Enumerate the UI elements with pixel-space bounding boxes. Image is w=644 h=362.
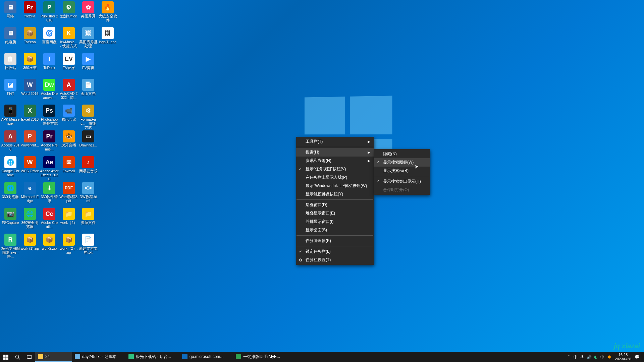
desktop-icon[interactable]: Fzfilezilla xyxy=(20,1,40,26)
desktop-icon[interactable]: 🖼logo[1].png xyxy=(98,26,117,52)
desktop-icon[interactable]: XExcel 2016 xyxy=(20,104,40,129)
desktop-icon-glyph: PDF xyxy=(63,182,75,194)
menu-item[interactable]: 隐藏(N) xyxy=(374,150,430,158)
menu-item[interactable]: 工具栏(T)▶ xyxy=(296,137,374,146)
menu-item[interactable]: 显示桌面(S) xyxy=(296,226,374,234)
desktop-icon-label: Publisher 2016 xyxy=(40,14,59,22)
desktop-icon[interactable]: <>DW教程.html xyxy=(78,181,98,207)
desktop-icon[interactable]: 📱APK Messenger xyxy=(1,104,20,129)
taskbar-explorer[interactable]: 24 xyxy=(35,352,72,362)
desktop-icon[interactable]: ▶EV剪辑 xyxy=(78,52,98,78)
menu-item[interactable]: 并排显示窗口(I) xyxy=(296,218,374,226)
menu-item[interactable]: ✓锁定任务栏(L) xyxy=(296,247,374,256)
desktop-icon[interactable]: 📷FSCapture xyxy=(1,207,20,233)
menu-item[interactable]: 在任务栏上显示人脉(P) xyxy=(296,173,374,182)
desktop-icon[interactable]: 🖼美图秀秀批处理 xyxy=(78,26,98,52)
menu-item-label: 显示触摸键盘按钮(Y) xyxy=(306,191,343,197)
desktop-icon[interactable]: PDFWord教程2.pdf xyxy=(59,181,78,207)
desktop-icon[interactable]: 🌐360浏览器 xyxy=(1,181,20,207)
menu-item[interactable]: ✓显示搜索图标(W) xyxy=(374,158,430,167)
menu-item-label: 显示搜索图标(W) xyxy=(383,160,414,165)
menu-item[interactable]: ✓显示搜索突出显示(H) xyxy=(374,177,430,186)
desktop-icon[interactable]: ▭Drawing1... xyxy=(78,130,98,155)
tray-app-icon-1[interactable]: ◐ xyxy=(593,352,599,362)
desktop-icon[interactable]: AAccess 2016 xyxy=(1,130,20,155)
desktop-icon[interactable]: TToDesk xyxy=(40,52,59,78)
desktop-icon[interactable]: ⬇360软件管家 xyxy=(40,181,59,207)
desktop-icon[interactable]: 📦work2.zip xyxy=(40,233,59,258)
desktop-icon-glyph: 🌐 xyxy=(24,208,36,220)
desktop-icon[interactable]: 📄金山文档 xyxy=(78,78,98,104)
menu-item[interactable]: 资讯和兴趣(N)▶ xyxy=(296,157,374,165)
desktop-icon[interactable]: 📦360压缩 xyxy=(20,52,40,78)
desktop-icon[interactable]: 🐯虎牙直播 xyxy=(59,130,78,155)
menu-item[interactable]: 任务管理器(K) xyxy=(296,237,374,245)
desktop-icon-label: FSCapture xyxy=(2,221,19,225)
task-view-button[interactable] xyxy=(23,352,35,362)
desktop-icon[interactable]: ⚙FormatFac... - 快捷方式 xyxy=(78,104,98,129)
tray-ime-icon[interactable]: 中 xyxy=(573,352,579,362)
start-button[interactable] xyxy=(0,352,12,362)
desktop-icon-glyph: e xyxy=(24,182,36,194)
desktop-icon[interactable]: PPublisher 2016 xyxy=(40,1,59,26)
desktop-icon-glyph: K xyxy=(63,27,75,39)
desktop-icon[interactable]: 🌀百度网盘 xyxy=(40,26,59,52)
menu-item[interactable]: 层叠窗口(D) xyxy=(296,201,374,209)
tray-overflow-icon[interactable]: ˄ xyxy=(566,352,572,362)
desktop-icon[interactable]: CcAdobe Creati... xyxy=(40,207,59,233)
search-button[interactable] xyxy=(12,352,23,362)
desktop-icon[interactable]: 🖥网络 xyxy=(1,1,20,26)
menu-item[interactable]: ⚙任务栏设置(T) xyxy=(296,256,374,264)
desktop-icon[interactable]: 🔥火绒安全软件 xyxy=(98,1,117,26)
desktop-icon[interactable]: ⚙激活Office xyxy=(59,1,78,26)
desktop-icon[interactable]: 📁资源文件 xyxy=(78,207,98,233)
desktop-icon[interactable]: ✿美图秀秀 xyxy=(78,1,98,26)
desktop-icon[interactable]: ◪钉钉 xyxy=(1,78,20,104)
desktop-icon[interactable]: 📦work（2）.zip xyxy=(59,233,78,258)
menu-item-label: 在任务栏上显示人脉(P) xyxy=(306,175,347,180)
desktop-icon[interactable]: PrAdobe Premie... xyxy=(40,130,59,155)
desktop-icon[interactable]: AAutoCAD 2022 - 简... xyxy=(59,78,78,104)
desktop-icon[interactable]: WWord 2016 xyxy=(20,78,40,104)
menu-item[interactable]: 显示搜索框(B) xyxy=(374,167,430,175)
desktop-icon[interactable]: R极光专用编辑器.exe - 快... xyxy=(1,233,20,258)
taskbar-task[interactable]: go.microsoft.com... xyxy=(179,352,233,362)
desktop-icon[interactable]: PPowerPnt... xyxy=(20,130,40,155)
menu-item[interactable]: ✓显示"任务视图"按钮(V) xyxy=(296,165,374,173)
menu-item[interactable]: 搜索(H)▶ xyxy=(296,148,374,157)
desktop-icon xyxy=(98,207,117,233)
menu-item[interactable]: 显示触摸键盘按钮(Y) xyxy=(296,190,374,198)
tray-clock[interactable]: 16:28 2023/6/28 xyxy=(613,353,633,361)
desktop-icon[interactable]: DwAdobe Dreamwe... xyxy=(40,78,59,104)
desktop-icon[interactable]: 📦work (1).zip xyxy=(20,233,40,258)
desktop-icon[interactable]: KKwMusic... - 快捷方式 xyxy=(59,26,78,52)
desktop-icon[interactable]: 📹腾讯会议 xyxy=(59,104,78,129)
desktop-icon[interactable]: 🌐360安全浏览器 xyxy=(20,207,40,233)
desktop-icon[interactable]: ✉Foxmail xyxy=(59,156,78,181)
desktop-icon[interactable]: 🗑回收站 xyxy=(1,52,20,78)
desktop-icon[interactable]: 📁work（2） xyxy=(59,207,78,233)
desktop-icon[interactable]: eMicrosoft Edge xyxy=(20,181,40,207)
desktop-icon-glyph: Pr xyxy=(43,130,55,142)
taskbar-task[interactable]: 一键排版助手(MyE... xyxy=(233,352,287,362)
desktop-icon[interactable]: 📄新建文本文档.txt xyxy=(78,233,98,258)
desktop-icon[interactable]: 🖥此电脑 xyxy=(1,26,20,52)
desktop-icon[interactable]: 🌐Google Chrome xyxy=(1,156,20,181)
tray-app-icon-2[interactable]: ⬢ xyxy=(606,352,612,362)
desktop-icon[interactable]: EVEV录屏 xyxy=(59,52,78,78)
taskbar-task[interactable]: 极光下载站 - 后台... xyxy=(126,352,179,362)
taskbar-task[interactable]: day245.txt - 记事本 xyxy=(72,352,126,362)
tray-network-icon[interactable]: 🖧 xyxy=(579,352,585,362)
menu-item[interactable]: 堆叠显示窗口(E) xyxy=(296,209,374,218)
tray-notifications-icon[interactable]: 💬 xyxy=(634,352,640,362)
desktop-icon[interactable]: AeAdobe After Effects 2020 xyxy=(40,156,59,181)
menu-item-label: 悬停时打开(O) xyxy=(383,187,409,193)
show-desktop-button[interactable] xyxy=(641,352,643,362)
desktop-icon[interactable]: WWPS Office xyxy=(20,156,40,181)
tray-ime-mode-icon[interactable]: 中 xyxy=(599,352,605,362)
desktop-icon[interactable]: ♪网易云音乐 xyxy=(78,156,98,181)
tray-volume-icon[interactable]: 🔊 xyxy=(586,352,592,362)
menu-item[interactable]: 显示"Windows Ink 工作区"按钮(W) xyxy=(296,182,374,190)
desktop-icon[interactable]: PsPhotoshop - 快捷方式 xyxy=(40,104,59,129)
desktop-icon[interactable]: 📦ToYcon xyxy=(20,26,40,52)
